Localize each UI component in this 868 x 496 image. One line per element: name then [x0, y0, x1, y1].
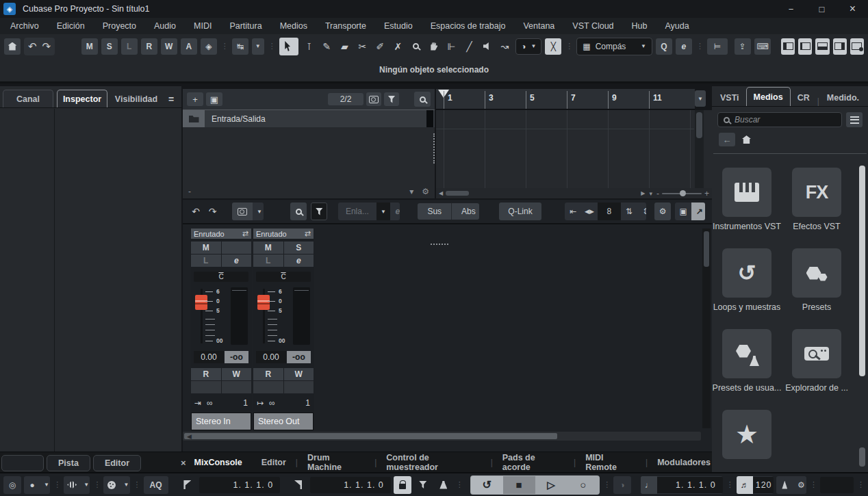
- tab-drum-machine[interactable]: Drum Machine: [306, 453, 366, 472]
- write-all-button[interactable]: W: [161, 38, 177, 55]
- tab-canal[interactable]: Canal: [3, 90, 53, 107]
- maximize-button[interactable]: □: [806, 0, 837, 18]
- split-tool[interactable]: ✂: [355, 38, 370, 55]
- link-edit-button[interactable]: e: [390, 203, 400, 220]
- audio-wave-icon[interactable]: [64, 476, 80, 494]
- tab-mixconsole[interactable]: MixConsole: [193, 453, 244, 472]
- punch-out-button[interactable]: [435, 476, 452, 494]
- media-scrollbar[interactable]: [859, 166, 865, 468]
- menu-espacios[interactable]: Espacios de trabajo: [422, 21, 515, 31]
- cycle-button[interactable]: ↺: [471, 476, 503, 494]
- routing-rack[interactable]: Enrutado ⇄: [253, 229, 314, 239]
- menu-midi[interactable]: MIDI: [185, 21, 220, 31]
- tile-presets[interactable]: Presets: [792, 248, 841, 313]
- play-tool[interactable]: [480, 38, 494, 55]
- menu-audio[interactable]: Audio: [145, 21, 185, 31]
- hub-home-button[interactable]: [4, 38, 21, 55]
- tab-midi-remote[interactable]: MIDI Remote: [584, 453, 637, 472]
- menu-transporte[interactable]: Transporte: [316, 21, 375, 31]
- stop-button[interactable]: ■: [503, 476, 535, 494]
- solo-all-button[interactable]: S: [101, 38, 118, 55]
- tile-file-browser[interactable]: Explorador de ...: [785, 329, 848, 393]
- suspend-automation-button[interactable]: A: [181, 38, 197, 55]
- audio-record-menu[interactable]: ▼: [80, 476, 90, 494]
- metronome-button[interactable]: [776, 476, 793, 494]
- tab-inspector[interactable]: Inspector: [57, 90, 107, 107]
- grid-type-select[interactable]: ▦ Compás ▼: [576, 38, 652, 55]
- erase-tool[interactable]: ▰: [337, 38, 352, 55]
- position-display[interactable]: 1. 1. 1. 0: [657, 477, 723, 493]
- toggle-left-zone-button[interactable]: [781, 38, 795, 55]
- media-home-button[interactable]: [742, 135, 751, 144]
- scroll-right-icon[interactable]: ▶: [641, 190, 645, 196]
- record-mode-menu[interactable]: ▼: [40, 476, 50, 494]
- menu-estudio[interactable]: Estudio: [375, 21, 422, 31]
- track-name[interactable]: Entrada/Salida: [212, 114, 266, 124]
- punch-in-button[interactable]: [414, 476, 432, 494]
- peak-value[interactable]: -oo: [287, 351, 311, 363]
- horizontal-scrollbar[interactable]: ◀ ▶ ▾ - +: [436, 188, 712, 198]
- vscroll-thumb[interactable]: [704, 231, 709, 267]
- comp-tool[interactable]: ⊩: [444, 38, 459, 55]
- write-automation-button[interactable]: W: [284, 368, 314, 380]
- search-input[interactable]: Buscar: [717, 112, 842, 127]
- draw-tool[interactable]: ✎: [320, 38, 334, 55]
- hscroll-thumb[interactable]: [446, 191, 469, 196]
- right-locator-display[interactable]: 1. 1. 1. 0: [310, 477, 391, 493]
- zoom-preset-icon[interactable]: ▾: [649, 190, 652, 197]
- auto-quantize-button[interactable]: AQ: [144, 476, 168, 494]
- glue-tool[interactable]: ✐: [373, 38, 387, 55]
- listen-button[interactable]: L: [253, 254, 283, 267]
- metronome-settings-button[interactable]: ⚙: [793, 476, 806, 494]
- vscroll-thumb[interactable]: [696, 112, 702, 138]
- fader-handle[interactable]: [257, 295, 270, 310]
- left-locator-display[interactable]: 1. 1. 1. 0: [199, 477, 280, 493]
- menu-hub[interactable]: Hub: [623, 21, 656, 31]
- close-lower-zone-button[interactable]: ×: [181, 453, 186, 472]
- tab-editor[interactable]: Editor: [260, 453, 288, 472]
- tempo-display[interactable]: 120: [753, 477, 774, 493]
- peak-value[interactable]: -oo: [225, 351, 248, 363]
- mute-tool[interactable]: ✗: [391, 38, 405, 55]
- scroll-left-icon[interactable]: ◀: [439, 190, 443, 196]
- channel-name[interactable]: Stereo In: [191, 413, 251, 430]
- tab-modulators[interactable]: Moduladores: [656, 453, 712, 472]
- write-automation-button[interactable]: W: [222, 368, 252, 380]
- tile-user-presets[interactable]: Presets de usua...: [713, 329, 782, 393]
- snap-toggle-button[interactable]: ╳: [545, 38, 561, 55]
- mixer-settings-button[interactable]: ⚙: [654, 203, 671, 220]
- menu-edicion[interactable]: Edición: [48, 21, 94, 31]
- toggle-inspector-button[interactable]: [798, 38, 812, 55]
- event-display[interactable]: ◀ ▶ ▾ - +: [436, 110, 712, 198]
- tile-loops-samples[interactable]: ↺ Loops y muestras: [713, 248, 781, 313]
- window-setup-button[interactable]: [850, 38, 864, 55]
- audio-alignment-button[interactable]: ⊨: [707, 38, 728, 55]
- listen-button[interactable]: L: [191, 254, 221, 267]
- export-button[interactable]: ⇪: [735, 38, 751, 55]
- click-indicator-button[interactable]: ◑: [613, 476, 631, 494]
- close-button[interactable]: ×: [837, 0, 868, 18]
- solo-button[interactable]: S: [284, 242, 314, 254]
- hand-tool[interactable]: [426, 38, 441, 55]
- track-picture-button[interactable]: [366, 92, 381, 106]
- divider-grip[interactable]: [433, 133, 435, 164]
- find-track-button[interactable]: [414, 92, 431, 107]
- abs-button[interactable]: Abs: [451, 203, 479, 220]
- tab-chord-pads[interactable]: Pads de acorde: [501, 453, 565, 472]
- zoom-in-label[interactable]: +: [704, 189, 709, 198]
- tile-vst-effects[interactable]: FX Efectos VST: [792, 168, 841, 232]
- auto-scroll-options-button[interactable]: ▼: [252, 38, 264, 55]
- tab-visibilidad[interactable]: Visibilidad: [111, 90, 162, 107]
- menu-archivo[interactable]: Archivo: [1, 21, 48, 31]
- menu-ayuda[interactable]: Ayuda: [656, 21, 698, 31]
- lower-zone-grip[interactable]: [431, 244, 448, 245]
- use-track-preset-button[interactable]: ▣: [206, 92, 222, 106]
- open-mixconsole-window-button[interactable]: ↗: [691, 203, 705, 220]
- constrain-delay-compensation-button[interactable]: ◎: [3, 476, 21, 494]
- edit-channel-button[interactable]: e: [284, 254, 314, 267]
- hscroll-thumb[interactable]: ◀: [184, 433, 557, 439]
- inspector-menu-icon[interactable]: =: [168, 94, 174, 105]
- track-list-settings-icon[interactable]: ⚙: [422, 187, 429, 196]
- automation-panel-button[interactable]: ◈: [201, 38, 217, 55]
- bank-size-display[interactable]: 8: [598, 203, 621, 220]
